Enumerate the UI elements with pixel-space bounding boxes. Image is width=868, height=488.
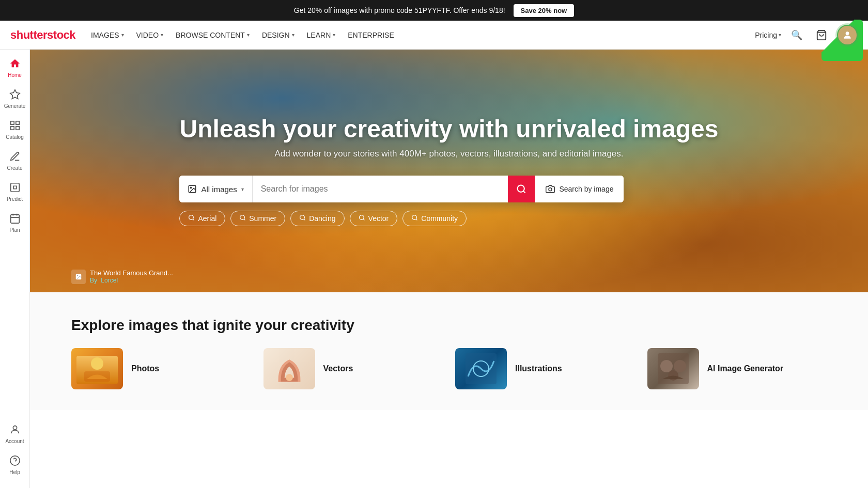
svg-point-31 — [77, 275, 78, 276]
svg-point-1 — [846, 32, 849, 35]
app-layout: Home Generate Catalog — [0, 50, 868, 488]
svg-line-23 — [244, 219, 245, 220]
ai-label: AI Image Generator — [707, 364, 784, 373]
svg-marker-2 — [10, 90, 19, 99]
nav-video[interactable]: VIDEO ▾ — [131, 28, 169, 42]
svg-point-38 — [660, 360, 673, 372]
save-now-button[interactable]: Save 20% now — [514, 4, 575, 17]
svg-line-27 — [363, 219, 364, 220]
promo-text: Get 20% off images with promo code 51PYY… — [294, 6, 505, 14]
svg-rect-7 — [10, 183, 19, 192]
nav-browse-content[interactable]: BROWSE CONTENT ▾ — [171, 28, 255, 42]
search-icon — [299, 214, 306, 223]
svg-line-18 — [523, 191, 525, 193]
hero-content: Unleash your creativity with unrivaled i… — [169, 116, 729, 227]
chevron-down-icon: ▾ — [241, 186, 244, 192]
svg-point-20 — [189, 215, 194, 220]
nav-images[interactable]: IMAGES ▾ — [86, 28, 129, 42]
nav-learn[interactable]: LEARN ▾ — [302, 28, 341, 42]
sidebar-item-generate[interactable]: Generate — [2, 85, 28, 114]
explore-section: Explore images that ignite your creativi… — [30, 292, 868, 410]
svg-line-21 — [193, 219, 194, 220]
svg-point-13 — [10, 456, 19, 465]
chip-summer[interactable]: Summer — [230, 211, 285, 226]
header: shutterstock IMAGES ▾ VIDEO ▾ BROWSE CON… — [0, 21, 868, 50]
svg-line-29 — [416, 219, 417, 220]
chip-community[interactable]: Community — [402, 211, 467, 226]
svg-rect-33 — [84, 371, 110, 382]
explore-card-illustrations[interactable]: Illustrations — [455, 348, 635, 389]
hero-section: Unleash your creativity with unrivaled i… — [30, 50, 868, 292]
svg-rect-4 — [16, 121, 19, 124]
logo[interactable]: shutterstock — [0, 28, 86, 42]
search-button[interactable]: 🔍 — [787, 26, 806, 44]
svg-point-17 — [518, 185, 524, 192]
pricing-link[interactable]: Pricing ▾ — [755, 31, 781, 39]
chip-vector[interactable]: Vector — [350, 211, 398, 226]
sidebar: Home Generate Catalog — [0, 50, 30, 488]
account-icon — [9, 424, 21, 437]
svg-point-24 — [300, 215, 305, 220]
svg-point-26 — [359, 215, 364, 220]
image-attribution: The World Famous Grand... By Lorcel — [71, 269, 173, 284]
help-icon — [9, 455, 21, 468]
svg-point-39 — [674, 360, 686, 372]
svg-line-25 — [304, 219, 305, 220]
vectors-thumbnail — [264, 348, 315, 389]
plan-icon — [9, 213, 21, 226]
chip-aerial[interactable]: Aerial — [179, 211, 225, 226]
chevron-down-icon: ▾ — [161, 32, 163, 38]
svg-point-16 — [191, 187, 192, 188]
promo-banner: Get 20% off images with promo code 51PYY… — [0, 0, 868, 21]
account-button[interactable] — [837, 25, 858, 45]
chevron-down-icon: ▾ — [292, 32, 295, 38]
nav-enterprise[interactable]: ENTERPRISE — [343, 28, 399, 42]
illustrations-label: Illustrations — [515, 364, 562, 373]
image-attr-icon — [71, 270, 86, 284]
search-input[interactable] — [253, 176, 508, 202]
logo-text: shutterstock — [10, 28, 75, 42]
search-icon — [239, 214, 246, 223]
home-icon — [9, 58, 21, 71]
suggestion-chips: Aerial Summer Dancing — [179, 211, 718, 226]
photos-thumbnail — [71, 348, 123, 389]
search-submit-button[interactable] — [508, 176, 535, 202]
sidebar-item-help[interactable]: Help — [2, 451, 28, 480]
sidebar-item-account[interactable]: Account — [2, 420, 28, 449]
sidebar-item-predict[interactable]: Predict — [2, 178, 28, 207]
photos-label: Photos — [131, 364, 159, 373]
svg-point-32 — [91, 357, 103, 370]
illustrations-thumbnail — [455, 348, 507, 389]
cart-button[interactable] — [812, 26, 831, 44]
attr-info: The World Famous Grand... By Lorcel — [90, 269, 173, 284]
chevron-down-icon: ▾ — [779, 32, 781, 38]
attr-author: By Lorcel — [90, 277, 173, 284]
svg-rect-3 — [10, 121, 13, 124]
sidebar-item-home[interactable]: Home — [2, 54, 28, 83]
attr-title: The World Famous Grand... — [90, 269, 173, 277]
sidebar-bottom: Account Help — [2, 420, 28, 484]
search-by-image-button[interactable]: Search by image — [535, 176, 624, 202]
search-icon — [188, 214, 195, 223]
sidebar-item-plan[interactable]: Plan — [2, 209, 28, 238]
svg-rect-6 — [10, 127, 13, 130]
sidebar-item-create[interactable]: Create — [2, 147, 28, 176]
search-type-button[interactable]: All images ▾ — [179, 176, 252, 202]
catalog-icon — [9, 120, 21, 133]
ai-thumbnail — [647, 348, 699, 389]
chip-dancing[interactable]: Dancing — [290, 211, 344, 226]
search-icon — [411, 214, 418, 223]
svg-rect-8 — [10, 215, 19, 224]
header-right: Pricing ▾ 🔍 — [755, 25, 858, 45]
explore-card-ai[interactable]: AI Image Generator — [647, 348, 827, 389]
explore-card-vectors[interactable]: Vectors — [264, 348, 443, 389]
sidebar-item-catalog[interactable]: Catalog — [2, 116, 28, 145]
hero-subtitle: Add wonder to your stories with 400M+ ph… — [179, 149, 718, 159]
generate-icon — [9, 89, 21, 102]
chevron-down-icon: ▾ — [333, 32, 335, 38]
chevron-down-icon: ▾ — [247, 32, 250, 38]
account-area — [837, 25, 858, 45]
nav-design[interactable]: DESIGN ▾ — [257, 28, 300, 42]
vectors-label: Vectors — [323, 364, 353, 373]
explore-card-photos[interactable]: Photos — [71, 348, 251, 389]
